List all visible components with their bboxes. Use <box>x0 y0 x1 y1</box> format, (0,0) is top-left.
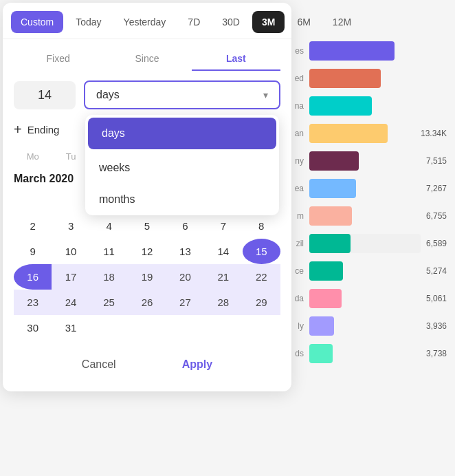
calendar-day[interactable]: 10 <box>52 239 89 264</box>
nav-btn-today[interactable]: Today <box>66 11 111 33</box>
chart-row: ed <box>285 69 447 88</box>
chart-bar <box>309 96 372 116</box>
chart-bar-wrap <box>309 124 415 143</box>
chart-row: es <box>285 41 447 61</box>
calendar-day[interactable]: 23 <box>14 290 52 315</box>
chart-bar-wrap <box>309 69 441 88</box>
chevron-down-icon: ▾ <box>263 89 268 100</box>
chart-bar-wrap <box>309 96 441 116</box>
calendar-day[interactable]: 26 <box>128 290 166 315</box>
chart-row-value: 6,589 <box>426 239 447 248</box>
chart-bar <box>309 41 395 61</box>
ending-label: Ending <box>27 124 60 136</box>
chart-row: ny7,515 <box>285 151 447 171</box>
calendar-day[interactable]: 17 <box>52 264 89 290</box>
calendar-day[interactable]: 3 <box>52 213 89 239</box>
calendar-day[interactable]: 12 <box>128 239 166 264</box>
calendar-day <box>52 188 89 213</box>
calendar-day[interactable]: 6 <box>166 213 204 239</box>
chart-row-value: 6,755 <box>426 211 447 221</box>
calendar-day[interactable]: 20 <box>166 264 204 290</box>
chart-panel: esednaan13.34Kny7,515ea7,267m6,755zil6,5… <box>276 0 455 476</box>
unit-dropdown-value: days <box>96 89 120 101</box>
main-container: esednaan13.34Kny7,515ea7,267m6,755zil6,5… <box>0 0 455 476</box>
calendar-day[interactable]: 16 <box>14 264 52 290</box>
calendar-day[interactable]: 7 <box>204 213 242 239</box>
number-input[interactable]: 14 <box>14 81 76 109</box>
chart-bar-wrap <box>309 344 421 363</box>
chart-bar <box>309 151 359 171</box>
tab-last[interactable]: Last <box>192 47 280 71</box>
calendar-day[interactable]: 31 <box>52 315 89 340</box>
calendar-day <box>166 315 204 340</box>
calendar-day[interactable]: 29 <box>243 290 280 315</box>
chart-bar-wrap <box>309 316 421 336</box>
chart-row: m6,755 <box>285 206 447 226</box>
calendar-day[interactable]: 8 <box>243 213 280 239</box>
calendar-day[interactable]: 21 <box>204 264 242 290</box>
chart-bar <box>309 206 352 226</box>
calendar-day[interactable]: 9 <box>14 239 52 264</box>
chart-row-value: 5,274 <box>426 266 447 276</box>
chart-row: ds3,738 <box>285 344 447 363</box>
nav-btn-yesterday[interactable]: Yesterday <box>114 11 176 33</box>
calendar-day[interactable]: 27 <box>166 290 204 315</box>
dropdown-option-days[interactable]: days <box>88 118 276 149</box>
calendar-day[interactable]: 2 <box>14 213 52 239</box>
calendar-day <box>128 315 166 340</box>
tab-since[interactable]: Since <box>102 47 191 71</box>
nav-btn-6m[interactable]: 6M <box>287 11 320 33</box>
chart-bar <box>309 261 343 281</box>
dropdown-option-weeks[interactable]: weeks <box>85 152 279 184</box>
calendar-day[interactable]: 18 <box>90 264 128 290</box>
chart-row: ly3,936 <box>285 316 447 336</box>
calendar-day[interactable]: 24 <box>52 290 89 315</box>
calendar-day[interactable]: 25 <box>90 290 128 315</box>
chart-row-value: 13.34K <box>421 129 447 138</box>
calendar-day[interactable]: 22 <box>243 264 280 290</box>
chart-bar <box>309 69 381 88</box>
chart-bar-wrap <box>309 151 421 171</box>
calendar-day[interactable]: 30 <box>14 315 52 340</box>
chart-row-value: 5,061 <box>426 294 447 303</box>
dropdown-menu: daysweeksmonths <box>85 115 279 215</box>
chart-bar <box>309 124 388 143</box>
chart-row-value: 7,515 <box>426 156 447 166</box>
nav-btn-7d[interactable]: 7D <box>178 11 210 33</box>
calendar-day[interactable]: 14 <box>204 239 242 264</box>
date-picker-panel: CustomTodayYesterday7D30D3M6M12M FixedSi… <box>3 3 291 391</box>
calendar-day[interactable]: 19 <box>128 264 166 290</box>
chart-row: na <box>285 96 447 116</box>
chart-bar-wrap <box>309 206 421 226</box>
chart-row: da5,061 <box>285 289 447 308</box>
calendar-day[interactable]: 5 <box>128 213 166 239</box>
nav-btn-30d[interactable]: 30D <box>212 11 249 33</box>
calendar-day[interactable]: 13 <box>166 239 204 264</box>
weekday-label: Tu <box>52 149 89 164</box>
apply-button[interactable]: Apply <box>163 351 232 378</box>
chart-row-value: 7,267 <box>426 184 447 193</box>
calendar-day[interactable]: 4 <box>90 213 128 239</box>
chart-bar <box>309 344 333 363</box>
chart-bar-wrap <box>309 41 441 61</box>
calendar-day[interactable]: 15 <box>243 239 280 264</box>
tab-fixed[interactable]: Fixed <box>14 47 102 71</box>
unit-dropdown[interactable]: days ▾ daysweeksmonths <box>84 80 280 109</box>
input-row: 14 days ▾ daysweeksmonths <box>3 71 291 119</box>
weekday-label: Mo <box>14 149 52 164</box>
calendar-day[interactable]: 28 <box>204 290 242 315</box>
nav-btn-3m[interactable]: 3M <box>252 11 285 33</box>
tab-row: FixedSinceLast <box>3 39 291 71</box>
nav-btn-12m[interactable]: 12M <box>323 11 361 33</box>
dropdown-option-months[interactable]: months <box>85 184 279 215</box>
chart-row-value: 3,738 <box>426 349 447 358</box>
cancel-button[interactable]: Cancel <box>63 351 135 378</box>
calendar-day <box>14 188 52 213</box>
calendar-day <box>243 315 280 340</box>
nav-btn-custom[interactable]: Custom <box>11 11 63 33</box>
calendar-day <box>90 315 128 340</box>
calendar-day[interactable]: 11 <box>90 239 128 264</box>
chart-row: ce5,274 <box>285 261 447 281</box>
footer: Cancel Apply <box>3 340 291 380</box>
chart-bar-wrap <box>309 179 421 198</box>
